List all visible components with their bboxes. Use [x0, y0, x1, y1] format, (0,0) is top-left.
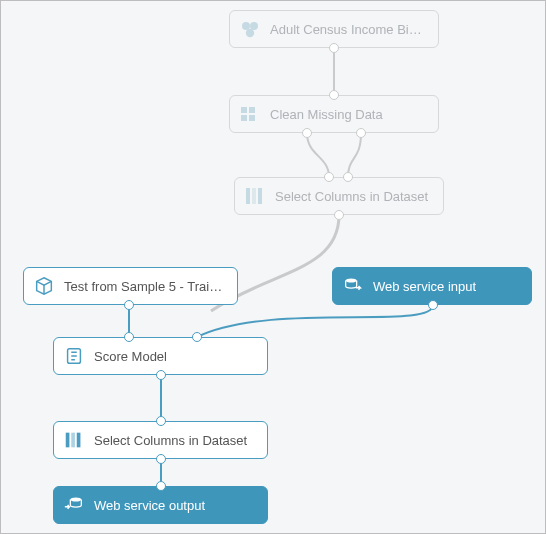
port-wsinput-out[interactable]	[428, 300, 438, 310]
svg-rect-3	[241, 107, 247, 113]
port-score-in-left[interactable]	[124, 332, 134, 342]
ws-output-icon	[62, 493, 86, 517]
node-label: Web service input	[373, 279, 476, 294]
svg-rect-8	[252, 188, 256, 204]
port-dataset-out[interactable]	[329, 43, 339, 53]
port-model-out[interactable]	[124, 300, 134, 310]
node-web-service-output[interactable]: Web service output	[53, 486, 268, 524]
node-label: Test from Sample 5 - Training...	[64, 279, 227, 294]
svg-rect-9	[258, 188, 262, 204]
svg-rect-7	[246, 188, 250, 204]
cube-icon	[32, 274, 56, 298]
edge-clean-select-right	[348, 133, 361, 177]
svg-rect-4	[249, 107, 255, 113]
port-selghost-in-l[interactable]	[324, 172, 334, 182]
port-select-in[interactable]	[156, 416, 166, 426]
ws-input-icon	[341, 274, 365, 298]
node-clean-missing-data[interactable]: Clean Missing Data	[229, 95, 439, 133]
port-clean-in[interactable]	[329, 90, 339, 100]
port-clean-out-right[interactable]	[356, 128, 366, 138]
svg-rect-6	[249, 115, 255, 121]
svg-rect-14	[77, 433, 81, 448]
score-model-icon	[62, 344, 86, 368]
svg-point-10	[346, 278, 357, 282]
clean-data-icon	[238, 102, 262, 126]
edge-clean-select-left	[307, 133, 329, 177]
select-columns-icon	[243, 184, 267, 208]
svg-point-15	[70, 497, 81, 501]
port-score-out[interactable]	[156, 370, 166, 380]
svg-rect-5	[241, 115, 247, 121]
dataset-icon	[238, 17, 262, 41]
node-label: Web service output	[94, 498, 205, 513]
port-wsoutput-in[interactable]	[156, 481, 166, 491]
node-label: Score Model	[94, 349, 167, 364]
node-label: Adult Census Income Binary C...	[270, 22, 428, 37]
select-columns-icon	[62, 428, 86, 452]
node-label: Clean Missing Data	[270, 107, 383, 122]
node-label: Select Columns in Dataset	[94, 433, 247, 448]
port-score-in-right[interactable]	[192, 332, 202, 342]
svg-point-0	[242, 22, 250, 30]
svg-point-2	[246, 29, 254, 37]
node-label: Select Columns in Dataset	[275, 189, 428, 204]
svg-rect-12	[66, 433, 70, 448]
svg-rect-13	[71, 433, 75, 448]
port-selghost-out[interactable]	[334, 210, 344, 220]
port-select-out[interactable]	[156, 454, 166, 464]
port-clean-out-left[interactable]	[302, 128, 312, 138]
svg-point-1	[250, 22, 258, 30]
pipeline-canvas[interactable]: Adult Census Income Binary C... Clean Mi…	[0, 0, 546, 534]
port-selghost-in-r[interactable]	[343, 172, 353, 182]
edge-wsinput-score	[197, 305, 433, 337]
